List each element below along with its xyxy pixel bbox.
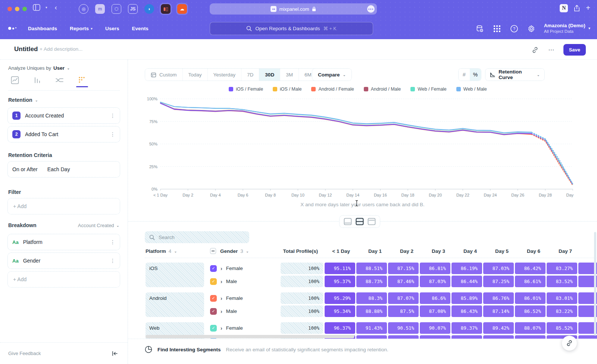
retention-value-cell[interactable]: 86.43% bbox=[451, 305, 482, 317]
close-window-button[interactable] bbox=[7, 7, 12, 11]
day-column-header[interactable]: Day 1 bbox=[356, 246, 387, 256]
gender-column-header[interactable]: Gender 3 ⌄ bbox=[210, 246, 249, 256]
platform-column-header[interactable]: Platform 4 ⌄ bbox=[146, 246, 177, 256]
cube-extension-icon[interactable]: ⬡ bbox=[112, 4, 121, 14]
retention-value-cell[interactable]: 86.6% bbox=[420, 292, 450, 304]
day-column-header[interactable]: Day 3 bbox=[420, 246, 450, 256]
more-options-icon[interactable]: ⋮ bbox=[110, 239, 115, 245]
notion-icon[interactable]: N bbox=[560, 4, 568, 12]
find-segments-title[interactable]: Find Interesting Segments bbox=[157, 347, 221, 352]
expand-row-icon[interactable]: › bbox=[221, 308, 222, 314]
retention-value-cell[interactable]: 88.73% bbox=[356, 276, 387, 287]
tab-insights[interactable] bbox=[8, 76, 22, 87]
minimize-window-button[interactable] bbox=[15, 7, 19, 11]
retention-value-cell[interactable]: 96.37% bbox=[325, 322, 355, 334]
split-layout-button[interactable] bbox=[355, 217, 364, 226]
gender-row-ios-male[interactable]: ✓›Male bbox=[210, 276, 237, 287]
chevron-down-icon[interactable]: ▾ bbox=[46, 6, 47, 9]
retention-section-title[interactable]: Retention⌄ bbox=[8, 97, 38, 103]
nav-item-reports[interactable]: Reports▾ bbox=[70, 26, 93, 31]
retention-value-cell[interactable]: 87.14% bbox=[483, 305, 514, 317]
nav-item-events[interactable]: Events bbox=[132, 26, 149, 31]
retention-value-cell[interactable]: 88.3% bbox=[356, 292, 387, 304]
total-profiles-header[interactable]: Total Profile(s) bbox=[281, 246, 323, 256]
report-description-placeholder[interactable]: + Add description... bbox=[40, 46, 82, 52]
more-options-icon[interactable]: ⋮ bbox=[110, 113, 115, 119]
day-column-header[interactable]: Day 6 bbox=[515, 246, 546, 256]
series-checkbox[interactable]: ✓ bbox=[210, 265, 217, 272]
retention-value-cell[interactable]: 89.42% bbox=[483, 322, 514, 334]
sidebar-toggle-icon[interactable] bbox=[33, 4, 40, 11]
give-feedback-link[interactable]: Give Feedback bbox=[8, 351, 41, 356]
target-extension-icon[interactable]: ◎ bbox=[79, 4, 88, 14]
retention-value-cell[interactable]: 87.08% bbox=[420, 305, 450, 317]
analyze-value[interactable]: User bbox=[53, 65, 65, 71]
retention-value-cell[interactable]: 86.61% bbox=[515, 276, 546, 287]
table-search-input[interactable]: Search bbox=[145, 231, 249, 243]
retention-value-cell[interactable]: 85.89% bbox=[451, 292, 482, 304]
more-options-icon[interactable]: ⋯ bbox=[547, 46, 556, 54]
save-button[interactable]: Save bbox=[563, 44, 586, 56]
retention-value-cell[interactable]: 83.52% bbox=[547, 276, 577, 287]
breakdown-scope-selector[interactable]: Account Created⌄ bbox=[78, 223, 119, 228]
retention-value-cell[interactable]: 87.25% bbox=[483, 276, 514, 287]
nav-item-dashboards[interactable]: Dashboards bbox=[28, 26, 57, 31]
retention-value-cell[interactable]: 95.29% bbox=[325, 292, 355, 304]
retention-value-cell[interactable]: 90.51% bbox=[388, 322, 419, 334]
retention-value-cell[interactable]: 85.52% bbox=[547, 322, 577, 334]
retention-value-cell[interactable]: 88.88% bbox=[356, 305, 387, 317]
extensions-menu-icon[interactable]: ••• bbox=[367, 5, 375, 13]
retention-value-cell[interactable]: 95.34% bbox=[325, 305, 355, 317]
bars-extension-icon[interactable]: ▮▯ bbox=[161, 4, 171, 14]
retention-value-cell[interactable]: 89.37% bbox=[451, 322, 482, 334]
series-checkbox[interactable]: ✓ bbox=[210, 278, 217, 285]
chart-only-layout-button[interactable] bbox=[343, 217, 352, 226]
gender-row-ios-female[interactable]: ✓›Female bbox=[210, 263, 243, 274]
tab-flows[interactable] bbox=[53, 76, 66, 87]
retention-step-1[interactable]: 1Account Created⋮ bbox=[7, 107, 120, 124]
share-icon[interactable] bbox=[574, 5, 580, 12]
retention-value-cell[interactable]: 86.44% bbox=[451, 276, 482, 287]
retention-value-cell[interactable]: 87.07% bbox=[388, 292, 419, 304]
retention-value-cell[interactable]: 87.5% bbox=[388, 305, 419, 317]
more-options-icon[interactable]: ⋮ bbox=[110, 131, 115, 137]
retention-value-cell[interactable]: 87.03% bbox=[483, 263, 514, 274]
expand-row-icon[interactable]: › bbox=[221, 266, 222, 272]
criteria-each-day[interactable]: Each Day bbox=[47, 166, 70, 172]
day-column-header[interactable]: Day 7 bbox=[547, 246, 577, 256]
retention-value-cell[interactable]: 83.01% bbox=[547, 292, 577, 304]
expand-row-icon[interactable]: › bbox=[221, 325, 222, 331]
window-controls[interactable] bbox=[7, 7, 27, 11]
collapse-sidebar-icon[interactable] bbox=[112, 351, 118, 356]
retention-value-cell[interactable]: 87.15% bbox=[388, 263, 419, 274]
settings-gear-icon[interactable] bbox=[527, 24, 536, 33]
global-search-button[interactable]: Open Reports & Dashboards ⌘ + K bbox=[210, 22, 373, 35]
report-title[interactable]: Untitled bbox=[14, 46, 38, 53]
nav-item-users[interactable]: Users bbox=[105, 26, 119, 31]
js-extension-icon[interactable]: JS bbox=[128, 4, 138, 14]
back-icon[interactable]: ‹ bbox=[55, 4, 57, 11]
retention-value-cell[interactable]: 86.42% bbox=[515, 263, 546, 274]
gender-row-android-male[interactable]: ✓›Male bbox=[210, 305, 237, 317]
retention-value-cell[interactable]: 87.03% bbox=[420, 276, 450, 287]
address-bar[interactable]: mixpanel.com ••• bbox=[210, 3, 377, 15]
mixpanel-logo-icon[interactable] bbox=[8, 27, 16, 30]
analyze-uniques-control[interactable]: Analyze Uniques by User ⌄ bbox=[8, 65, 70, 71]
gender-row-web-female[interactable]: ✓›Female bbox=[210, 322, 243, 334]
retention-step-2[interactable]: 2Added To Cart⋮ bbox=[7, 126, 120, 142]
expand-row-icon[interactable]: › bbox=[221, 279, 222, 285]
table-only-layout-button[interactable] bbox=[367, 217, 376, 226]
breakdown-item-gender[interactable]: AaGender⋮ bbox=[7, 252, 120, 269]
series-checkbox[interactable]: ✓ bbox=[210, 295, 217, 302]
add-filter-button[interactable]: + Add bbox=[7, 198, 120, 214]
day-column-header[interactable]: Day 5 bbox=[483, 246, 514, 256]
cloud-extension-icon[interactable]: ☁ bbox=[177, 4, 187, 14]
retention-value-cell[interactable]: 88.51% bbox=[356, 263, 387, 274]
retention-value-cell[interactable]: 90.07% bbox=[420, 322, 450, 334]
retention-value-cell[interactable]: 88.07% bbox=[515, 322, 546, 334]
retention-value-cell[interactable]: 86.76% bbox=[483, 292, 514, 304]
retention-value-cell[interactable]: 95.37% bbox=[325, 276, 355, 287]
more-options-icon[interactable]: ⋮ bbox=[110, 258, 115, 264]
help-icon[interactable]: ? bbox=[510, 24, 519, 33]
copy-link-icon[interactable] bbox=[531, 46, 540, 54]
